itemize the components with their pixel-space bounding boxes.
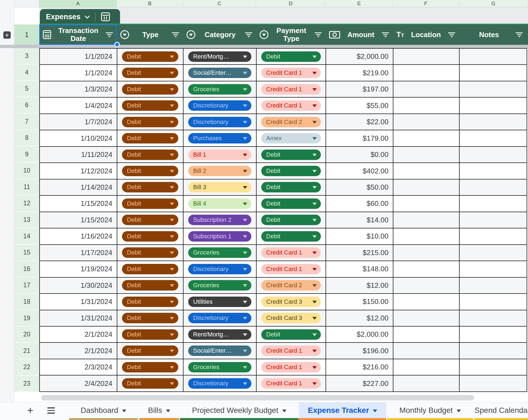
location-cell[interactable] [393, 278, 460, 294]
payment-chip[interactable]: Debit [261, 150, 321, 160]
category-cell[interactable]: Rent/Mortg… [184, 327, 257, 343]
amount-cell[interactable]: $216.00 [326, 359, 393, 375]
category-cell[interactable]: Bill 1 [184, 147, 257, 163]
row-header-10[interactable]: 10 [14, 163, 39, 179]
column-letter-A[interactable]: A [39, 0, 117, 7]
payment-cell[interactable]: Debit [257, 49, 326, 65]
category-cell[interactable]: Bill 2 [184, 163, 257, 179]
notes-cell[interactable] [460, 49, 527, 65]
row-header-1[interactable]: 1 [14, 24, 39, 45]
type-cell[interactable]: Debit [117, 359, 184, 375]
type-chip[interactable]: Debit [122, 215, 178, 225]
amount-cell[interactable]: $50.00 [326, 179, 393, 196]
category-chip[interactable]: Discretionary [188, 100, 251, 111]
type-cell[interactable]: Debit [117, 179, 184, 196]
amount-cell[interactable]: $22.00 [326, 114, 393, 130]
date-cell[interactable]: 1/31/2024 [40, 310, 117, 327]
payment-chip[interactable]: Debit [261, 166, 321, 176]
amount-cell[interactable]: $10.00 [326, 228, 393, 245]
payment-cell[interactable]: Credit Card 1 [257, 65, 326, 81]
type-chip[interactable]: Debit [122, 231, 178, 242]
date-cell[interactable]: 1/1/2024 [40, 65, 117, 81]
selection-handle[interactable] [114, 42, 120, 47]
notes-cell[interactable] [460, 212, 527, 228]
location-cell[interactable] [393, 196, 460, 212]
date-cell[interactable]: 1/7/2024 [40, 114, 117, 130]
location-cell[interactable] [393, 49, 460, 65]
sheet-tab-bills[interactable]: Bills [139, 402, 179, 418]
row-header-12[interactable]: 12 [14, 195, 39, 212]
sheet-tab-expense-tracker[interactable]: Expense Tracker [299, 402, 386, 418]
payment-chip[interactable]: Debit [261, 215, 321, 225]
type-cell[interactable]: Debit [117, 147, 184, 163]
location-cell[interactable] [393, 294, 460, 310]
date-cell[interactable]: 1/4/2024 [40, 98, 117, 114]
row-header-4[interactable]: 4 [14, 65, 39, 81]
amount-cell[interactable]: $55.00 [326, 98, 393, 114]
type-cell[interactable]: Debit [117, 245, 184, 261]
type-chip[interactable]: Debit [122, 198, 178, 209]
type-cell[interactable]: Debit [117, 327, 184, 343]
column-header-amount[interactable]: Amount [326, 24, 393, 45]
type-chip[interactable]: Debit [122, 133, 178, 143]
category-chip[interactable]: Groceries [188, 84, 251, 95]
row-header-18[interactable]: 18 [14, 294, 39, 310]
category-chip[interactable]: Subscription 1 [188, 231, 251, 242]
payment-cell[interactable]: Credit Card 2 [257, 114, 326, 130]
amount-cell[interactable]: $60.00 [326, 196, 393, 212]
type-chip[interactable]: Debit [122, 247, 178, 258]
all-sheets-menu-icon[interactable] [47, 407, 55, 414]
payment-chip[interactable]: Amex [261, 133, 321, 143]
amount-cell[interactable]: $215.00 [326, 245, 393, 261]
notes-cell[interactable] [460, 179, 527, 196]
payment-chip[interactable]: Credit Card 3 [261, 297, 321, 307]
table-name-badge[interactable]: Expenses [40, 9, 120, 24]
payment-cell[interactable]: Credit Card 1 [257, 359, 326, 375]
row-header-20[interactable]: 20 [14, 327, 39, 343]
type-chip[interactable]: Debit [122, 346, 178, 356]
table-grid-icon[interactable] [101, 12, 110, 21]
notes-cell[interactable] [460, 278, 527, 294]
row-header-14[interactable]: 14 [14, 228, 39, 245]
column-header-notes[interactable]: Notes [459, 24, 527, 45]
date-cell[interactable]: 1/30/2024 [40, 278, 117, 294]
column-letter-C[interactable]: C [183, 0, 256, 7]
date-cell[interactable]: 1/19/2024 [40, 261, 117, 277]
amount-cell[interactable]: $0.00 [326, 147, 393, 163]
amount-cell[interactable]: $150.00 [326, 294, 393, 310]
type-chip[interactable]: Debit [122, 150, 178, 160]
category-chip[interactable]: Groceries [188, 247, 251, 258]
select-all-corner[interactable] [14, 0, 39, 7]
payment-chip[interactable]: Credit Card 2 [261, 280, 321, 291]
type-chip[interactable]: Debit [122, 51, 178, 62]
payment-chip[interactable]: Debit [261, 329, 321, 340]
row-header-9[interactable]: 9 [14, 146, 39, 163]
category-chip[interactable]: Groceries [188, 280, 251, 291]
column-header-location[interactable]: TTLocation [393, 24, 459, 45]
row-header-19[interactable]: 19 [14, 310, 39, 327]
notes-cell[interactable] [460, 65, 527, 81]
category-cell[interactable]: Discretionary [184, 261, 257, 277]
location-cell[interactable] [393, 359, 460, 375]
payment-cell[interactable]: Credit Card 1 [257, 261, 326, 277]
row-header-17[interactable]: 17 [14, 277, 39, 294]
category-cell[interactable]: Social/Enter… [184, 65, 257, 81]
notes-cell[interactable] [460, 245, 527, 261]
column-letter-E[interactable]: E [326, 0, 393, 7]
category-chip[interactable]: Bill 3 [188, 182, 251, 192]
type-cell[interactable]: Debit [117, 163, 184, 179]
type-chip[interactable]: Debit [122, 297, 178, 307]
category-cell[interactable]: Groceries [184, 81, 257, 98]
row-header-11[interactable]: 11 [14, 179, 39, 196]
column-header-payment-type[interactable]: Payment Type [256, 24, 326, 45]
payment-cell[interactable]: Amex [257, 130, 326, 147]
notes-cell[interactable] [460, 147, 527, 163]
payment-cell[interactable]: Debit [257, 228, 326, 245]
category-chip[interactable]: Bill 1 [188, 150, 251, 160]
type-chip[interactable]: Debit [122, 378, 178, 389]
row-header-8[interactable]: 8 [14, 130, 39, 147]
date-cell[interactable]: 2/1/2024 [40, 327, 117, 343]
sheet-tab-dashboard[interactable]: Dashboard [69, 402, 138, 418]
category-chip[interactable]: Groceries [188, 362, 251, 372]
payment-cell[interactable]: Debit [257, 147, 326, 163]
